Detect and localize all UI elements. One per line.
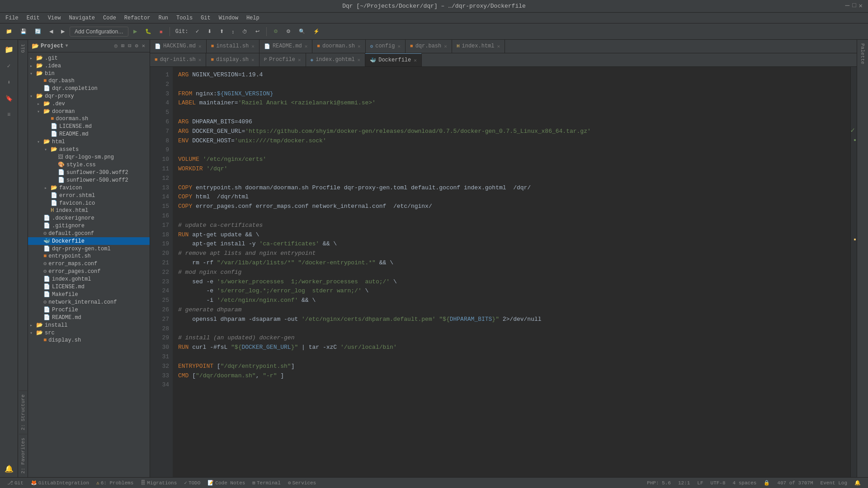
tree-item-makefile[interactable]: 📄Makefile	[28, 291, 150, 298]
status-position[interactable]: 12:1	[675, 478, 693, 488]
toolbar-run-btn[interactable]: ▶	[130, 27, 140, 36]
tree-item-dqr-proxy[interactable]: ▾📂dqr-proxy	[28, 92, 150, 100]
tab-dqr-bash[interactable]: ■ dqr.bash ✕	[406, 40, 452, 53]
toolbar-forward-btn[interactable]: ▶	[58, 27, 68, 36]
toolbar-debug-btn[interactable]: 🐛	[142, 27, 155, 36]
git-fetch-btn[interactable]: ↕	[229, 28, 238, 36]
tab-close-dqr-bash[interactable]: ✕	[444, 43, 447, 49]
git-commit-btn[interactable]: ✓	[192, 27, 203, 36]
tree-item-style-css[interactable]: 🎨style.css	[28, 161, 150, 169]
status-lock[interactable]: 🔒	[760, 478, 774, 488]
tab-close-dockerfile[interactable]: ✕	[414, 57, 417, 63]
status-indent[interactable]: 4 spaces	[729, 478, 760, 488]
tree-item-dqr-completion[interactable]: 📄dqr.completion	[28, 84, 150, 92]
tab-readme-md[interactable]: 📄 README.md ✕	[259, 40, 312, 53]
tree-item-index-html[interactable]: Hindex.html	[28, 207, 150, 214]
tree-item-index-gohtml[interactable]: 📄index.gohtml	[28, 275, 150, 283]
tree-item--dev[interactable]: ▸📂.dev	[28, 100, 150, 108]
tree-item-error-pages-conf[interactable]: ⚙error_pages.conf	[28, 267, 150, 275]
tab-config[interactable]: ⚙ config ✕	[366, 40, 406, 53]
menu-edit[interactable]: Edit	[23, 14, 43, 22]
tab-close-dqr-init[interactable]: ✕	[198, 57, 202, 63]
status-git[interactable]: ⎇ Git	[4, 478, 27, 488]
tree-item--dockerignore[interactable]: 📄.dockerignore	[28, 214, 150, 222]
tree-settings-icon[interactable]: ⚙	[134, 42, 139, 50]
tree-close-icon[interactable]: ✕	[141, 42, 146, 50]
tab-close-readme[interactable]: ✕	[305, 43, 308, 49]
left-tab-structure[interactable]: 2: Structure	[19, 390, 27, 434]
tab-close-hacking[interactable]: ✕	[198, 43, 202, 49]
status-notifications[interactable]: 🔔	[851, 478, 864, 488]
tree-item-license-md[interactable]: 📄LICENSE.md	[28, 283, 150, 291]
tab-procfile[interactable]: P Procfile ✕	[259, 53, 306, 66]
tree-item-display-sh[interactable]: ■display.sh	[28, 337, 150, 344]
tree-item-entrypoint-sh[interactable]: ■entrypoint.sh	[28, 253, 150, 260]
tab-close-doorman[interactable]: ✕	[358, 43, 361, 49]
maximize-btn[interactable]: □	[852, 2, 856, 10]
menu-window[interactable]: Window	[215, 14, 242, 22]
toolbar-extra-btn[interactable]: ⚡	[310, 27, 323, 36]
tree-item-dqr-proxy-gen-toml[interactable]: 📄dqr-proxy-gen.toml	[28, 245, 150, 253]
tree-item--idea[interactable]: ▸📂.idea	[28, 62, 150, 70]
tree-item-assets[interactable]: ▾📂assets	[28, 145, 150, 153]
close-btn[interactable]: ✕	[859, 2, 863, 10]
menu-code[interactable]: Code	[99, 14, 120, 22]
tree-item-error-shtml[interactable]: 📄error.shtml	[28, 192, 150, 199]
git-history-btn[interactable]: ⏱	[239, 28, 250, 36]
toolbar-build-btn[interactable]: ⚙	[270, 27, 281, 36]
toolbar-sync-btn[interactable]: 🔄	[32, 27, 44, 36]
tree-item-dqr-bash[interactable]: ■dqr.bash	[28, 77, 150, 84]
status-code-notes[interactable]: 📝 Code Notes	[204, 478, 249, 488]
toolbar-search-btn[interactable]: 🔍	[296, 27, 308, 36]
tree-item-dockerfile[interactable]: 🐳Dockerfile	[28, 237, 150, 245]
tree-item-dqr-logo-sm-png[interactable]: 🖼dqr-logo-sm.png	[28, 153, 150, 161]
sidebar-commit-icon[interactable]: ✓	[1, 58, 17, 74]
status-problems[interactable]: ⚠ 6: Problems	[93, 478, 137, 488]
sidebar-notifications-icon[interactable]: 🔔	[1, 461, 17, 477]
tab-index-gohtml[interactable]: ◈ index.gohtml ✕	[306, 53, 366, 66]
status-migrations[interactable]: 🗄 Migrations	[137, 478, 180, 488]
toolbar-back-btn[interactable]: ◀	[46, 27, 56, 36]
tree-item-sunflower-500-woff2[interactable]: 📄sunflower-500.woff2	[28, 176, 150, 184]
tree-item-doorman[interactable]: ▾📂doorman	[28, 108, 150, 115]
right-panel-tab[interactable]: Palette	[859, 42, 866, 66]
tree-item-sunflower-300-woff2[interactable]: 📄sunflower-300.woff2	[28, 169, 150, 176]
tree-item--gitignore[interactable]: 📄.gitignore	[28, 222, 150, 230]
sidebar-project-icon[interactable]: 📁	[1, 42, 17, 58]
tree-item--git[interactable]: ▸📂.git	[28, 54, 150, 62]
menu-run[interactable]: Run	[155, 14, 172, 22]
tab-doorman-sh[interactable]: ■ doorman.sh ✕	[312, 40, 365, 53]
tree-item-procfile[interactable]: 📄Procfile	[28, 306, 150, 314]
tree-item-favicon-ico[interactable]: 📄favicon.ico	[28, 199, 150, 207]
sidebar-bookmarks-icon[interactable]: 🔖	[1, 90, 17, 107]
tab-display-sh[interactable]: ■ display.sh ✕	[206, 53, 259, 66]
status-encoding[interactable]: UTF-8	[707, 478, 729, 488]
menu-help[interactable]: Help	[243, 14, 263, 22]
tree-item-src[interactable]: ▾📂src	[28, 329, 150, 337]
menu-view[interactable]: View	[44, 14, 65, 22]
tree-item-html[interactable]: ▾📂html	[28, 138, 150, 145]
tab-close-display[interactable]: ✕	[251, 57, 255, 63]
tab-dqr-init-sh[interactable]: ■ dqr-init.sh ✕	[150, 53, 206, 66]
status-php[interactable]: PHP: 5.6	[643, 478, 675, 488]
tree-item-readme-md[interactable]: 📄README.md	[28, 130, 150, 138]
tab-close-config[interactable]: ✕	[397, 43, 401, 49]
menu-file[interactable]: File	[2, 14, 22, 22]
menu-navigate[interactable]: Navigate	[65, 14, 99, 22]
git-push-btn[interactable]: ⬆	[217, 27, 227, 36]
menu-refactor[interactable]: Refactor	[121, 14, 154, 22]
tree-item-license-md[interactable]: 📄LICENSE.md	[28, 122, 150, 130]
tab-close-procfile[interactable]: ✕	[298, 57, 301, 63]
status-event-log[interactable]: Event Log	[817, 478, 851, 488]
tab-close-index-gohtml[interactable]: ✕	[358, 57, 361, 63]
tree-item-favicon[interactable]: ▸📂favicon	[28, 184, 150, 192]
git-pull-btn[interactable]: ⬇	[204, 27, 215, 36]
tree-locate-icon[interactable]: ◎	[113, 42, 118, 50]
tab-close-install[interactable]: ✕	[251, 43, 255, 49]
tree-item-bin[interactable]: ▾📂bin	[28, 70, 150, 77]
tab-close-index-html[interactable]: ✕	[497, 43, 500, 49]
status-line-sep[interactable]: LF	[693, 478, 707, 488]
status-services[interactable]: ⚙ Services	[284, 478, 320, 488]
toolbar-open-btn[interactable]: 📁	[3, 27, 15, 36]
tab-dockerfile[interactable]: 🐳 Dockerfile ✕	[365, 53, 422, 66]
